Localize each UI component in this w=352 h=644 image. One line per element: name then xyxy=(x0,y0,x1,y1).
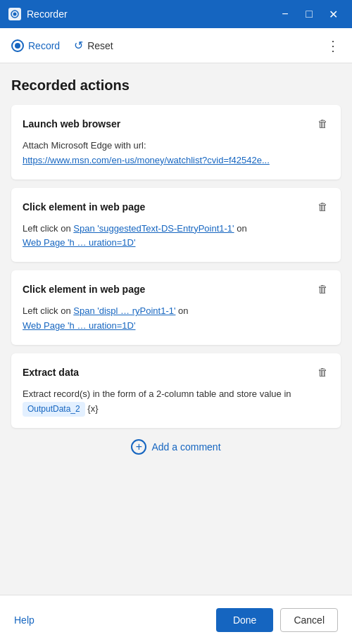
footer-right: Done Cancel xyxy=(216,608,338,632)
card-4-body: Extract record(s) in the form of a 2-col… xyxy=(23,387,329,417)
card-2-body: Left click on Span 'suggestedText-DS-Ent… xyxy=(23,222,329,251)
reset-button[interactable]: ↺ Reset xyxy=(74,36,113,55)
title-bar: Recorder − □ ✕ xyxy=(0,0,352,28)
card-1-body-link[interactable]: https://www.msn.com/en-us/money/watchlis… xyxy=(23,155,270,165)
card-3-body: Left click on Span 'displ … ryPoint1-1' … xyxy=(23,304,329,334)
app-icon xyxy=(8,8,21,20)
trash-icon xyxy=(318,118,328,130)
card-2-header: Click element in web page xyxy=(23,199,329,215)
card-2-prefix: Left click on xyxy=(23,223,71,234)
record-dot-icon xyxy=(15,43,20,49)
card-1-body-prefix: Attach Microsoft Edge with url: xyxy=(23,140,146,151)
plus-circle-icon: + xyxy=(131,439,146,455)
action-card-4: Extract data Extract record(s) in the fo… xyxy=(11,353,341,428)
delete-action-2-button[interactable] xyxy=(316,199,329,215)
card-3-link[interactable]: Web Page 'h … uration=1D' xyxy=(23,320,135,331)
card-4-text: Extract record(s) in the form of a 2-col… xyxy=(23,389,291,399)
delete-action-1-button[interactable] xyxy=(316,116,329,132)
card-1-header: Launch web browser xyxy=(23,116,329,132)
maximize-button[interactable]: □ xyxy=(298,4,320,25)
footer: Help Done Cancel xyxy=(0,595,352,644)
reset-icon: ↺ xyxy=(74,39,83,52)
card-4-suffix: {x} xyxy=(87,403,98,414)
card-1-body: Attach Microsoft Edge with url: https://… xyxy=(23,139,329,168)
toolbar-left: Record ↺ Reset xyxy=(11,36,113,55)
add-comment-button[interactable]: + Add a comment xyxy=(131,439,220,455)
done-button[interactable]: Done xyxy=(216,608,273,632)
card-3-prefix: Left click on xyxy=(23,305,71,316)
cancel-button[interactable]: Cancel xyxy=(280,608,338,632)
main-content: Recorded actions Launch web browser Atta… xyxy=(0,63,352,595)
action-card-1: Launch web browser Attach Microsoft Edge… xyxy=(11,105,341,179)
card-4-header: Extract data xyxy=(23,365,329,380)
card-4-title: Extract data xyxy=(23,367,79,378)
delete-action-4-button[interactable] xyxy=(316,365,329,380)
trash-icon xyxy=(318,366,328,378)
action-card-2: Click element in web page Left click on … xyxy=(11,188,341,263)
card-2-highlight[interactable]: Span 'suggestedText-DS-EntryPoint1-1' xyxy=(73,223,234,234)
title-bar-left: Recorder xyxy=(8,8,68,20)
svg-point-2 xyxy=(13,13,17,16)
card-2-link[interactable]: Web Page 'h … uration=1D' xyxy=(23,237,135,248)
minimize-button[interactable]: − xyxy=(275,4,296,25)
add-comment-label: Add a comment xyxy=(151,441,220,453)
output-data-badge[interactable]: OutputData_2 xyxy=(23,402,85,417)
record-label: Record xyxy=(28,40,60,51)
card-3-middle: on xyxy=(178,305,188,316)
card-3-title: Click element in web page xyxy=(23,284,145,295)
trash-icon xyxy=(318,201,328,213)
title-bar-controls: − □ ✕ xyxy=(275,4,344,25)
help-link[interactable]: Help xyxy=(14,614,34,626)
more-options-button[interactable]: ⋮ xyxy=(326,37,341,54)
trash-icon xyxy=(318,283,328,295)
card-2-middle: on xyxy=(237,223,246,234)
app-title: Recorder xyxy=(27,8,68,20)
delete-action-3-button[interactable] xyxy=(316,282,329,297)
card-3-highlight[interactable]: Span 'displ … ryPoint1-1' xyxy=(73,305,175,316)
card-2-title: Click element in web page xyxy=(23,201,145,213)
add-comment-row: + Add a comment xyxy=(11,439,341,455)
close-button[interactable]: ✕ xyxy=(322,4,344,25)
action-card-3: Click element in web page Left click on … xyxy=(11,270,341,345)
card-3-header: Click element in web page xyxy=(23,282,329,297)
record-button[interactable]: Record xyxy=(11,37,60,55)
reset-label: Reset xyxy=(87,40,113,51)
section-title: Recorded actions xyxy=(11,77,341,94)
record-circle-icon xyxy=(11,39,24,52)
card-1-title: Launch web browser xyxy=(23,118,120,130)
toolbar: Record ↺ Reset ⋮ xyxy=(0,28,352,63)
